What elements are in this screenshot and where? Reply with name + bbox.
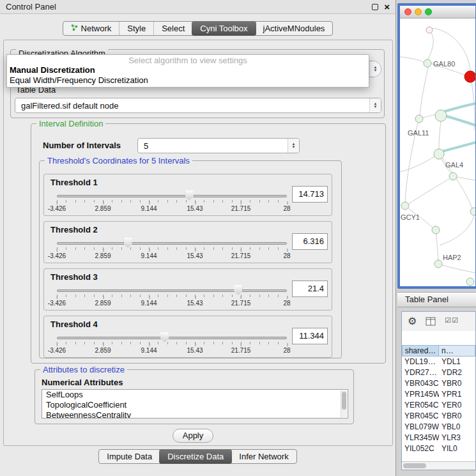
close-traffic-light-icon[interactable]: [404, 8, 411, 15]
list-item[interactable]: TopologicalCoefficient: [42, 400, 348, 410]
tab-label: Select: [162, 24, 185, 33]
threshold-value-box[interactable]: 21.4: [292, 280, 328, 297]
table-row[interactable]: YBR043CYBR0: [402, 378, 475, 389]
tab-discretize-data[interactable]: Discretize Data: [159, 449, 232, 464]
threshold-value-box[interactable]: 11.344: [292, 328, 328, 344]
select-columns-icons[interactable]: ☑☑: [445, 316, 459, 325]
scrollbar-thumb[interactable]: [403, 463, 426, 468]
cell-shared-name: YIL052C: [402, 443, 439, 454]
tab-impute-data[interactable]: Impute Data: [99, 450, 160, 463]
scrollbar-thumb[interactable]: [342, 392, 346, 410]
network-view-window: GAL80 GAL11 GAL4 GCY1 HAP2: [397, 3, 476, 289]
tab-infer-network[interactable]: Infer Network: [231, 450, 296, 463]
threshold-slider[interactable]: -3.426 2.859 9.144 15.43 21.715 28: [57, 284, 287, 309]
table-body: YDL19…YDL1 YDR27…YDR2 YBR043CYBR0 YPR145…: [402, 357, 475, 454]
network-node[interactable]: [426, 27, 433, 33]
threshold-value-box[interactable]: 14.713: [292, 186, 328, 203]
scale-label: 15.43: [187, 205, 203, 212]
cell-name: YBL0: [439, 422, 475, 433]
threshold-value-box[interactable]: 6.316: [292, 233, 328, 250]
threshold-label: Threshold 1: [50, 178, 98, 187]
table-panel-window: ⚙ ☑☑ shared… n… YDL19…YDL1 YDR27…YDR2 YB…: [401, 311, 476, 470]
checkbox-icon: ☑: [445, 316, 452, 324]
cell-shared-name: YDR27…: [402, 367, 439, 378]
node-label: GAL4: [445, 161, 463, 169]
slider-track[interactable]: [57, 337, 287, 339]
top-tabbar: Network Style Select Cyni Toolbox jActiv…: [0, 21, 395, 36]
slider-thumb[interactable]: [160, 332, 169, 342]
dropdown-prompt: Select algorithm to view settings: [7, 56, 369, 65]
table-data-select[interactable]: galFiltered.sif default node ▲ ▼: [15, 98, 381, 113]
list-scrollbar[interactable]: [341, 390, 347, 417]
bottom-tabbar: Impute Data Discretize Data Infer Networ…: [0, 449, 395, 464]
apply-button[interactable]: Apply: [173, 429, 213, 443]
threshold-slider[interactable]: -3.426 2.859 9.144 15.43 21.715 28: [57, 332, 287, 356]
horizontal-scrollbar[interactable]: [402, 461, 475, 470]
network-node[interactable]: [466, 278, 474, 286]
table-row[interactable]: YLR345WYLR3: [402, 433, 475, 443]
combo-stepper-icon: ▲ ▼: [288, 139, 299, 153]
attributes-group: Attributes to discretize Numerical Attri…: [35, 369, 354, 424]
tab-cyni-toolbox[interactable]: Cyni Toolbox: [192, 21, 256, 36]
column-header-shared-name[interactable]: shared…: [402, 345, 439, 357]
cell-shared-name: YPR145W: [402, 389, 439, 400]
network-node[interactable]: [432, 226, 440, 234]
minimize-traffic-light-icon[interactable]: [415, 8, 422, 15]
scale-label: 2.859: [95, 252, 111, 259]
table-row[interactable]: YBL079WYBL0: [402, 422, 475, 433]
numerical-attributes-list[interactable]: SelfLoops TopologicalCoefficient Between…: [42, 389, 348, 418]
cell-shared-name: YBL079W: [402, 422, 439, 433]
combo-stepper-icon: ▲ ▼: [369, 98, 381, 112]
stepper-down-icon: ▼: [374, 69, 378, 72]
slider-thumb[interactable]: [124, 238, 132, 248]
table-row[interactable]: YIL052CYIL0: [402, 443, 475, 454]
tab-label: Discretize Data: [167, 452, 224, 461]
columns-icon[interactable]: [426, 317, 436, 326]
cell-name: YPR1: [439, 389, 475, 400]
network-node-gal80[interactable]: [424, 59, 431, 67]
thresholds-group: Threshold's Coordinates for 5 Intervals …: [39, 160, 342, 358]
numerical-attributes-label: Numerical Attributes: [42, 378, 123, 387]
scale-label: 21.715: [231, 205, 251, 212]
network-canvas[interactable]: GAL80 GAL11 GAL4 GCY1 HAP2: [400, 19, 475, 286]
tab-style[interactable]: Style: [119, 22, 153, 35]
dropdown-option-equal-width-frequency[interactable]: Equal Width/Frequency Discretization: [7, 75, 369, 86]
scale-label: 15.43: [187, 347, 203, 354]
float-window-icon[interactable]: [372, 4, 378, 10]
close-icon[interactable]: ×: [384, 2, 390, 12]
threshold-slider[interactable]: -3.426 2.859 9.144 15.43 21.715 28: [57, 190, 287, 214]
column-header-name[interactable]: n…: [439, 345, 475, 357]
table-row[interactable]: YDR27…YDR2: [402, 367, 475, 378]
tab-jactivemnodules[interactable]: jActiveMNodules: [256, 22, 333, 35]
slider-thumb[interactable]: [185, 190, 194, 201]
list-item[interactable]: BetweennessCentrality: [42, 410, 348, 418]
table-row[interactable]: YDL19…YDL1: [402, 357, 475, 367]
top-tab-group: Network Style Select Cyni Toolbox jActiv…: [63, 21, 334, 36]
network-node[interactable]: [470, 208, 475, 215]
tab-select[interactable]: Select: [153, 22, 192, 35]
group-title: Interval Definition: [36, 119, 105, 128]
threshold-slider[interactable]: -3.426 2.859 9.144 15.43 21.715 28: [57, 237, 287, 261]
table-row[interactable]: YBR045CYBR0: [402, 411, 475, 422]
list-item[interactable]: SelfLoops: [42, 390, 348, 400]
gear-icon[interactable]: ⚙: [408, 316, 417, 326]
control-panel-window: Control Panel × Network Style Select Cyn…: [0, 0, 396, 476]
table-row[interactable]: YER054CYER0: [402, 400, 475, 411]
tab-network[interactable]: Network: [63, 22, 119, 35]
slider-tick-marks: [57, 247, 287, 250]
number-of-intervals-select[interactable]: 5 ▲ ▼: [137, 138, 300, 153]
slider-thumb[interactable]: [234, 285, 242, 295]
network-node-gcy1[interactable]: [401, 202, 409, 210]
network-node[interactable]: [449, 173, 457, 180]
table-row[interactable]: YPR145WYPR1: [402, 389, 475, 400]
zoom-traffic-light-icon[interactable]: [425, 8, 432, 15]
slider-track[interactable]: [57, 242, 287, 245]
red-selected-node[interactable]: [464, 71, 475, 82]
slider-track[interactable]: [57, 195, 287, 197]
slider-track[interactable]: [57, 289, 287, 292]
dropdown-option-manual-discretization[interactable]: Manual Discretization: [7, 65, 369, 75]
network-node-gal11[interactable]: [415, 115, 423, 123]
network-node-hap2[interactable]: [434, 260, 442, 268]
network-node[interactable]: [435, 110, 447, 121]
network-node-gal4[interactable]: [434, 149, 444, 159]
